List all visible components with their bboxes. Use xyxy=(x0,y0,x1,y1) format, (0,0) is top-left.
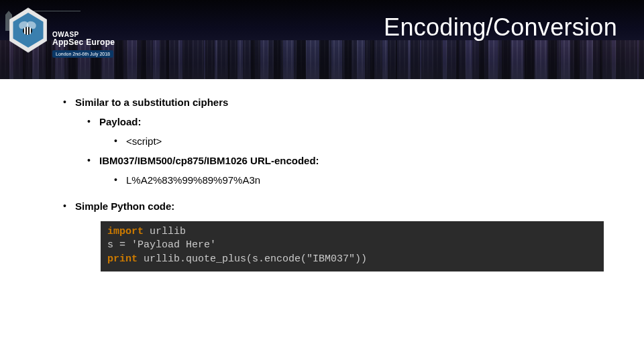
bullet-text: Similar to a substitution ciphers xyxy=(75,97,228,108)
bullet-text: <script> xyxy=(126,135,162,147)
logo-text-block: OWASP AppSec Europe London 2nd-6th July … xyxy=(52,31,166,58)
code-snippet-box: import urllib s = 'Payload Here' print u… xyxy=(101,221,604,272)
bullet-level3-item: L%A2%83%99%89%97%A3n xyxy=(111,174,604,186)
code-keyword: print xyxy=(107,253,138,265)
bullet-level2-item: Payload: <script> xyxy=(85,116,604,147)
bullet-text: Payload: xyxy=(99,116,142,127)
code-text: s = 'Payload Here' xyxy=(107,239,216,251)
bullet-text: IBM037/IBM500/cp875/IBM1026 URL-encoded: xyxy=(99,155,319,166)
bullet-level1-item: Similar to a substitution ciphers Payloa… xyxy=(60,97,604,186)
code-text: urllib.quote_plus(s.encode("IBM037")) xyxy=(138,253,367,265)
bullet-level3-item: <script> xyxy=(111,135,604,147)
logo-date-pill: London 2nd-6th July 2018 xyxy=(52,50,113,58)
logo-name-2: Europe xyxy=(86,38,115,47)
bullet-level1-item: Simple Python code: xyxy=(60,200,604,212)
owasp-appsec-logo: OWASP AppSec Europe London 2nd-6th July … xyxy=(4,3,68,70)
code-keyword: import xyxy=(107,226,144,237)
logo-name-1: AppSec xyxy=(52,38,83,47)
slide-body: Similar to a substitution ciphers Payloa… xyxy=(0,94,644,272)
bullet-text: Simple Python code: xyxy=(75,200,174,212)
slide-header-banner: OWASP AppSec Europe London 2nd-6th July … xyxy=(0,0,644,79)
wasp-icon xyxy=(19,23,38,38)
bullet-level2-item: IBM037/IBM500/cp875/IBM1026 URL-encoded:… xyxy=(85,155,604,186)
code-text: urllib xyxy=(144,226,186,237)
slide-title: Encoding/Conversion xyxy=(384,13,617,42)
bullet-text: L%A2%83%99%89%97%A3n xyxy=(126,174,260,186)
